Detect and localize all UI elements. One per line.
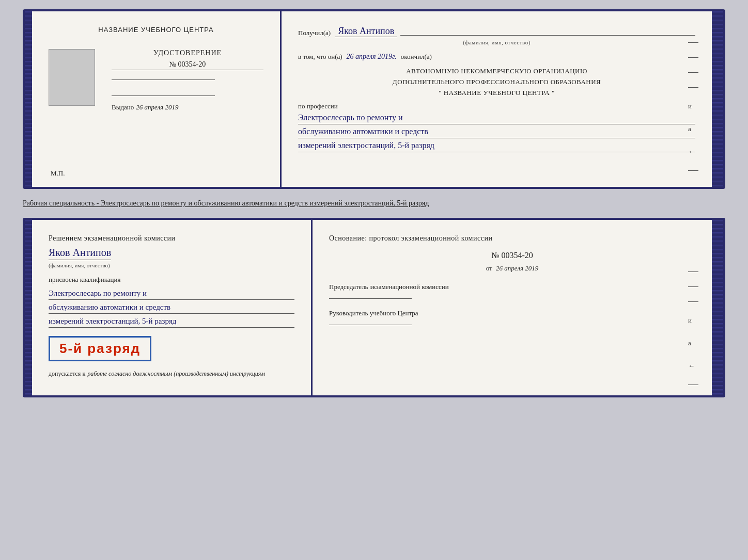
okönchil-label: окончил(а) [401,53,432,61]
fio-handwritten: Яков Антипов [335,26,397,37]
profession-line3: измерений электростанций, 5-й разряд [298,139,695,152]
side-letters: и [688,102,698,110]
cert-number: № 00354-20 [112,60,263,70]
b-side-letter-i: и [688,316,698,325]
b-side-dash-1 [688,271,698,272]
dopuskaetsya-italic: работе согласно должностным (производств… [87,370,265,377]
q-line-3: измерений электростанций, 5-й разряд [49,315,294,328]
vtom-row: в том, что он(а) 26 апреля 2019г. окончи… [298,53,695,61]
bottom-book: Решением экзаменационной комиссии Яков А… [23,218,725,397]
document-container: НАЗВАНИЕ УЧЕБНОГО ЦЕНТРА УДОСТОВЕРЕНИЕ №… [23,9,725,397]
bottom-book-left-page: Решением экзаменационной комиссии Яков А… [32,220,311,395]
b-side-arrow: ← [688,362,698,370]
q-line-1: Электрослесарь по ремонту и [49,287,294,300]
razryad-badge: 5-й разряд [49,336,151,361]
vydano-label: Выдано [112,103,134,111]
qualification-block: Электрослесарь по ремонту и обслуживанию… [49,287,294,328]
cert-line-2 [112,95,215,96]
po-professii-label: по профессии [298,102,695,110]
side-dash-1 [688,42,698,43]
ot-date: 26 апреля 2019 [496,264,538,272]
cert-photo [49,49,95,106]
specialty-text: Рабочая специальность - Электрослесарь п… [23,195,725,212]
side-dash-3 [688,72,698,73]
vtom-label: в том, что он(а) [298,53,342,61]
dopuskaetsya-block: допускается к работе согласно должностны… [49,369,294,378]
org-line1: АВТОНОМНУЮ НЕКОММЕРЧЕСКУЮ ОРГАНИЗАЦИЮ [298,66,695,77]
top-book-spine-left [25,11,32,187]
top-book-right-page: Получил(а) Яков Антипов (фамилия, имя, о… [280,11,712,187]
cert-udostoverenie-label: УДОСТОВЕРЕНИЕ [112,49,263,57]
bottom-book-spine-left [25,220,32,395]
org-line3: " НАЗВАНИЕ УЧЕБНОГО ЦЕНТРА " [298,88,695,99]
komissia-fio: Яков Антипов [49,247,111,260]
komissia-fio-sub: (фамилия, имя, отчество) [49,262,294,268]
top-book-spine-right [712,11,723,187]
side-arrow: ← [688,148,698,156]
right-side-dashes: и а ← [688,42,698,171]
predsedatel-line [329,298,412,299]
rukovoditel-block: Руководитель учебного Центра [329,309,695,325]
profession-line2: обслуживанию автоматики и средств [298,125,695,138]
osnov-label: Основание: протокол экзаменационной коми… [329,234,695,243]
b-side-dash-3 [688,301,698,302]
side-dash-2 [688,57,698,58]
profession-line1: Электрослесарь по ремонту и [298,111,695,124]
rukovoditel-title: Руководитель учебного Центра [329,309,695,317]
b-side-dash-4 [688,385,698,385]
osnov-number: № 00354-20 [329,251,695,260]
fio-sub: (фамилия, имя, отчество) [298,39,695,45]
q-line-2: обслуживанию автоматики и средств [49,301,294,314]
poluchil-row: Получил(а) Яков Антипов [298,26,695,37]
bottom-book-spine-right [712,220,723,395]
top-book-left-page: НАЗВАНИЕ УЧЕБНОГО ЦЕНТРА УДОСТОВЕРЕНИЕ №… [32,11,280,187]
predsedatel-title: Председатель экзаменационной комиссии [329,283,695,291]
ot-label: от [486,264,492,272]
left-page-title: НАЗВАНИЕ УЧЕБНОГО ЦЕНТРА [49,26,263,34]
vydano-date: 26 апреля 2019 [136,103,178,111]
komissia-title: Решением экзаменационной комиссии [49,234,294,243]
mp-label: М.П. [51,169,65,178]
side-dash-5 [688,170,698,171]
right-dash-1 [400,35,695,36]
cert-line-1 [112,79,215,80]
side-letter-a: а [688,125,698,133]
vtom-date: 26 апреля 2019г. [347,53,397,61]
bottom-right-side-dashes: и а ← [688,271,698,397]
top-book: НАЗВАНИЕ УЧЕБНОГО ЦЕНТРА УДОСТОВЕРЕНИЕ №… [23,9,725,189]
org-line2: ДОПОЛНИТЕЛЬНОГО ПРОФЕССИОНАЛЬНОГО ОБРАЗО… [298,77,695,88]
side-dash-4 [688,87,698,88]
rukovoditel-line [329,325,412,325]
poluchil-label: Получил(а) [298,29,331,37]
org-block: АВТОНОМНУЮ НЕКОММЕРЧЕСКУЮ ОРГАНИЗАЦИЮ ДО… [298,66,695,98]
prisvoena-label: присвоена квалификация [49,276,294,284]
bottom-book-right-page: Основание: протокол экзаменационной коми… [311,220,712,395]
dopuskaetsya-label: допускается к [49,370,85,377]
predsedatel-block: Председатель экзаменационной комиссии [329,283,695,299]
b-side-letter-a: а [688,339,698,347]
osnov-date: от 26 апреля 2019 [329,264,695,273]
b-side-dash-2 [688,286,698,287]
